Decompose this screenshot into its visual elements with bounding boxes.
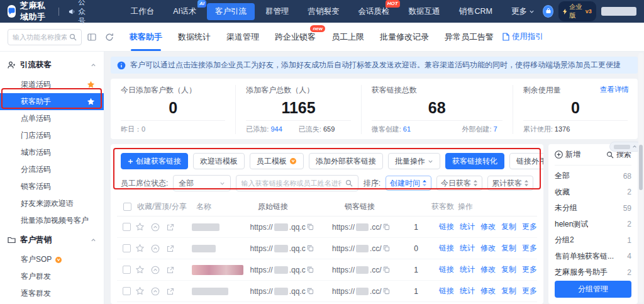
panel-toggle-icon[interactable] — [84, 30, 99, 45]
action-edit[interactable]: 修改 — [480, 243, 496, 254]
tab-cross-enterprise-lock[interactable]: 跨企业锁客new — [275, 23, 316, 51]
group-manage-button[interactable]: 分组管理 — [555, 281, 631, 298]
copy-icon[interactable] — [383, 223, 390, 230]
link-search-box[interactable] — [236, 175, 358, 191]
batch-actions-button[interactable]: 批量操作 — [388, 153, 440, 169]
sidebar-item-city-code[interactable]: 城市活码 — [0, 144, 104, 161]
nav-data-exchange[interactable]: 数据互通 — [401, 3, 448, 20]
copy-icon[interactable] — [383, 266, 390, 273]
copy-icon[interactable] — [383, 288, 390, 295]
group-item-favorites[interactable]: 收藏2 — [555, 184, 631, 201]
function-search[interactable] — [8, 29, 82, 45]
add-external-link-button[interactable]: 添加外部获客链接 — [309, 153, 383, 169]
action-link[interactable]: 链接 — [439, 264, 454, 275]
sidebar-item-chase-broadcast[interactable]: 逐客群发 — [0, 285, 104, 302]
nav-customer-acquisition[interactable]: 客户引流 — [207, 3, 255, 20]
plan-badge[interactable]: 企业版 v3 — [558, 1, 596, 21]
enterprise-avatar[interactable] — [543, 5, 553, 18]
group-item-presales[interactable]: 售前单独获客链...4 — [555, 249, 631, 265]
action-link[interactable]: 链接 — [439, 243, 454, 254]
link-conversion-button[interactable]: 获客链接转化 — [445, 153, 504, 169]
star-icon-favorite[interactable] — [87, 81, 95, 89]
sidebar-item-lock-code[interactable]: 锁客活码 — [0, 178, 104, 195]
sidebar-item-customer-broadcast[interactable]: 客户群发 — [0, 268, 104, 285]
page-scrollbar[interactable] — [638, 53, 643, 303]
row-checkbox[interactable] — [123, 287, 131, 295]
copy-icon[interactable] — [307, 266, 314, 273]
tab-abnormal-staff-alert[interactable]: 异常员工告警 — [445, 23, 494, 51]
tab-batch-modify-log[interactable]: 批量修改记录 — [380, 23, 429, 51]
action-stats[interactable]: 统计 — [460, 264, 475, 275]
scrollbar-thumb[interactable] — [639, 145, 643, 190]
action-copy[interactable]: 复制 — [501, 222, 516, 232]
group-item-all[interactable]: 全部68 — [555, 168, 631, 184]
tab-staff-limit[interactable]: 员工上限 — [331, 23, 364, 51]
action-more[interactable]: 更多 — [522, 264, 537, 275]
sort-by-total-acquired[interactable]: 累计获客 — [487, 176, 533, 191]
add-group-button[interactable]: 新增 — [555, 149, 580, 160]
select-all-checkbox[interactable] — [123, 203, 131, 211]
section-customer-marketing[interactable]: 客户营销 — [0, 229, 104, 251]
group-item-ungrouped[interactable]: 未分组59 — [555, 200, 631, 217]
nav-more[interactable]: 更多 — [503, 3, 543, 20]
row-checkbox[interactable] — [123, 266, 131, 274]
tab-acquisition-assistant[interactable]: 获客助手 — [130, 23, 162, 51]
external-use-button[interactable]: 链接外用 — [509, 153, 543, 169]
action-edit[interactable]: 修改 — [480, 264, 496, 275]
sidebar-item-order-code[interactable]: 点单活码 — [0, 110, 104, 127]
action-link[interactable]: 链接 — [439, 222, 454, 232]
nav-group-management[interactable]: 群管理 — [257, 3, 297, 20]
action-stats[interactable]: 统计 — [460, 243, 475, 254]
sidebar-item-acquisition-assistant[interactable]: 获客助手 — [0, 93, 104, 110]
tab-channel-management[interactable]: 渠道管理 — [226, 23, 259, 51]
usage-guide-link[interactable]: 使用指引 — [502, 31, 543, 42]
nav-ai-script[interactable]: AI话术AI — [165, 3, 204, 20]
action-more[interactable]: 更多 — [522, 222, 537, 232]
create-link-button[interactable]: 创建获客链接 — [121, 153, 188, 169]
nav-marketing-fission[interactable]: 营销裂变 — [300, 3, 348, 20]
nav-sales-crm[interactable]: 销售CRM — [451, 3, 501, 20]
action-stats[interactable]: 统计 — [460, 222, 475, 232]
copy-icon[interactable] — [383, 245, 390, 252]
action-copy[interactable]: 复制 — [501, 243, 516, 254]
sort-by-today-acquired[interactable]: 今日获客 — [436, 176, 482, 191]
group-item-helen-test[interactable]: helen测试2 — [555, 217, 631, 233]
sidebar-item-store-code[interactable]: 门店活码 — [0, 127, 104, 144]
seat-status-select[interactable]: 全部 — [173, 175, 230, 191]
action-more[interactable]: 更多 — [522, 243, 537, 254]
tab-data-statistics[interactable]: 数据统计 — [178, 23, 211, 51]
action-copy[interactable]: 复制 — [501, 286, 516, 296]
redacted-username[interactable] — [601, 7, 636, 16]
sidebar-item-channel-code[interactable]: 渠道活码 — [0, 76, 104, 93]
copy-icon[interactable] — [307, 223, 314, 230]
action-copy[interactable]: 复制 — [501, 264, 516, 275]
sort-by-created-time[interactable]: 创建时间 — [386, 176, 431, 191]
action-more[interactable]: 更多 — [522, 286, 537, 296]
welcome-template-button[interactable]: 欢迎语模板 — [193, 153, 245, 169]
action-edit[interactable]: 修改 — [480, 286, 496, 296]
action-link[interactable]: 链接 — [439, 286, 454, 296]
star-icon-favorite-active[interactable] — [87, 98, 95, 106]
sidebar-item-split-code[interactable]: 分流活码 — [0, 161, 104, 178]
group-item-group2[interactable]: 分组21 — [555, 232, 631, 249]
view-details-link[interactable]: 查看详情 — [600, 85, 629, 94]
group-item-service-assistant[interactable]: 芝麻服务号助手2 — [555, 264, 631, 281]
action-edit[interactable]: 修改 — [480, 222, 496, 232]
sidebar-item-batch-video-customers[interactable]: 批量添加视频号客户 — [0, 212, 104, 229]
staff-template-button[interactable]: 员工模板 — [250, 153, 304, 169]
nav-chat-inspection[interactable]: 会话质检HOT — [350, 3, 398, 20]
copy-icon[interactable] — [307, 245, 314, 252]
sidebar-item-friend-source-welcome[interactable]: 好友来源欢迎语 — [0, 195, 104, 212]
function-search-input[interactable] — [13, 33, 67, 41]
refresh-icon[interactable] — [102, 30, 117, 45]
nav-workbench[interactable]: 工作台 — [123, 3, 163, 20]
row-checkbox[interactable] — [123, 244, 131, 252]
collapsed-widget[interactable] — [609, 142, 641, 152]
row-checkbox[interactable] — [123, 223, 131, 231]
section-traffic-acquisition[interactable]: 引流获客 — [0, 54, 104, 76]
sidebar-item-customer-sop[interactable]: 客户SOP — [0, 251, 104, 268]
action-stats[interactable]: 统计 — [460, 286, 475, 296]
official-account-switch[interactable]: 公众号 — [69, 0, 86, 26]
link-search-input[interactable] — [242, 179, 341, 187]
copy-icon[interactable] — [307, 288, 314, 295]
